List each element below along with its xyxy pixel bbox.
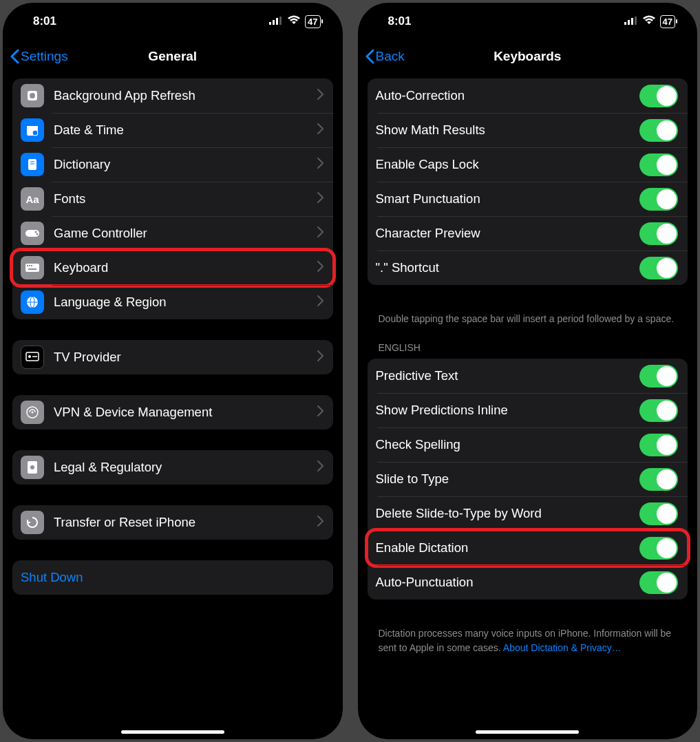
row-delete-slide-to-type-by-word[interactable]: Delete Slide-to-Type by Word [368, 496, 688, 531]
toggle-switch[interactable] [639, 85, 678, 107]
keyboard-icon [21, 256, 44, 279]
row-fonts[interactable]: AaFonts [12, 182, 333, 216]
back-label: Back [376, 49, 405, 64]
row-game-controller[interactable]: Game Controller [12, 216, 333, 251]
status-bar: 8:01 47 [358, 3, 698, 40]
svg-rect-19 [28, 268, 36, 270]
signal-icon [269, 14, 283, 28]
toggle-switch[interactable] [639, 468, 678, 491]
row-legal[interactable]: Legal & Regulatory [12, 450, 333, 485]
status-right: 47 [624, 14, 675, 28]
row-reset[interactable]: Transfer or Reset iPhone [12, 505, 333, 540]
phone-keyboards: 8:01 47 Back Keyboards Auto-CorrectionSh… [358, 3, 698, 739]
row-label: Dictionary [54, 157, 312, 172]
row-label: VPN & Device Management [54, 405, 312, 420]
row-auto-correction[interactable]: Auto-Correction [368, 78, 688, 113]
back-button[interactable]: Back [365, 49, 405, 64]
row-auto-punctuation[interactable]: Auto-Punctuation [368, 565, 688, 600]
toggle-switch[interactable] [639, 257, 678, 279]
row-label: Show Math Results [376, 123, 640, 138]
chevron-right-icon [317, 158, 324, 171]
row-language-region[interactable]: Language & Region [12, 285, 333, 319]
row-label: Date & Time [54, 123, 312, 138]
page-title: General [148, 49, 197, 64]
toggle-switch[interactable] [639, 434, 678, 456]
row-label: Legal & Regulatory [54, 460, 312, 475]
row-date-time[interactable]: Date & Time [12, 113, 333, 147]
toggle-switch[interactable] [639, 153, 678, 176]
footer-dictation: Dictation processes many voice inputs on… [368, 620, 688, 671]
content-keyboards[interactable]: Auto-CorrectionShow Math ResultsEnable C… [358, 73, 698, 739]
status-time: 8:01 [388, 14, 412, 28]
back-button[interactable]: Settings [10, 49, 68, 64]
row-label: Character Preview [376, 226, 640, 241]
row-tv-provider[interactable]: TV Provider [12, 340, 333, 374]
row-refresh-app[interactable]: Background App Refresh [12, 78, 333, 113]
svg-rect-2 [276, 18, 278, 25]
row-predictive-text[interactable]: Predictive Text [368, 359, 688, 393]
toggle-switch[interactable] [639, 365, 678, 388]
nav-bar: Settings General [3, 40, 343, 73]
row-dictionary[interactable]: Dictionary [12, 147, 333, 182]
vpn-icon [21, 401, 44, 424]
chevron-right-icon [317, 460, 324, 474]
wifi-icon [287, 14, 301, 28]
legal-icon [21, 456, 44, 479]
content-general[interactable]: Background App RefreshDate & TimeDiction… [3, 73, 343, 739]
row-show-predictions-inline[interactable]: Show Predictions Inline [368, 393, 688, 427]
status-bar: 8:01 47 [3, 3, 343, 40]
section-english-options: Predictive TextShow Predictions InlineCh… [368, 359, 688, 600]
toggle-switch[interactable] [639, 399, 678, 422]
toggle-switch[interactable] [639, 502, 678, 525]
shut-down-row[interactable]: Shut Down [12, 560, 333, 595]
language-region-icon [21, 290, 44, 314]
battery-icon: 47 [660, 15, 675, 28]
svg-point-13 [35, 231, 37, 233]
svg-rect-17 [29, 265, 30, 266]
section-reset: Transfer or Reset iPhone [12, 505, 333, 540]
svg-rect-29 [624, 22, 626, 25]
svg-point-14 [36, 233, 39, 235]
svg-rect-7 [27, 126, 38, 129]
section-main: Background App RefreshDate & TimeDiction… [12, 78, 333, 319]
toggle-switch[interactable] [639, 119, 678, 142]
svg-rect-30 [628, 20, 630, 25]
row-smart-punctuation[interactable]: Smart Punctuation [368, 182, 688, 216]
row-label: Delete Slide-to-Type by Word [376, 506, 640, 521]
back-label: Settings [21, 49, 68, 64]
row-show-math-results[interactable]: Show Math Results [368, 113, 688, 147]
svg-rect-18 [31, 265, 32, 266]
row-check-spelling[interactable]: Check Spelling [368, 427, 688, 462]
row-label: Auto-Punctuation [376, 575, 640, 590]
row-keyboard[interactable]: Keyboard [12, 251, 333, 285]
row--shortcut[interactable]: "." Shortcut [368, 251, 688, 285]
row-label: Predictive Text [376, 368, 640, 383]
row-label: "." Shortcut [376, 260, 640, 275]
row-enable-dictation[interactable]: Enable Dictation [368, 531, 688, 565]
tv-provider-icon [21, 346, 44, 369]
row-label: Auto-Correction [376, 88, 640, 103]
toggle-switch[interactable] [639, 537, 678, 560]
row-vpn[interactable]: VPN & Device Management [12, 395, 333, 430]
home-indicator[interactable] [476, 730, 579, 734]
toggle-switch[interactable] [639, 222, 678, 245]
refresh-app-icon [21, 84, 44, 107]
svg-rect-15 [25, 264, 39, 272]
toggle-switch[interactable] [639, 188, 678, 211]
row-enable-caps-lock[interactable]: Enable Caps Lock [368, 147, 688, 182]
row-character-preview[interactable]: Character Preview [368, 216, 688, 251]
home-indicator[interactable] [121, 730, 224, 734]
row-label: Transfer or Reset iPhone [54, 515, 312, 530]
about-dictation-link[interactable]: About Dictation & Privacy… [503, 642, 622, 653]
row-label: Enable Caps Lock [376, 157, 640, 172]
chevron-right-icon [317, 226, 324, 240]
row-label: Smart Punctuation [376, 191, 640, 206]
row-label: Check Spelling [376, 437, 640, 452]
row-slide-to-type[interactable]: Slide to Type [368, 462, 688, 496]
toggle-switch[interactable] [639, 571, 678, 594]
phone-general: 8:01 47 Settings General Background App … [3, 3, 343, 739]
chevron-right-icon [317, 261, 324, 275]
game-controller-icon [21, 222, 44, 245]
svg-rect-31 [631, 18, 633, 25]
section-legal: Legal & Regulatory [12, 450, 333, 485]
